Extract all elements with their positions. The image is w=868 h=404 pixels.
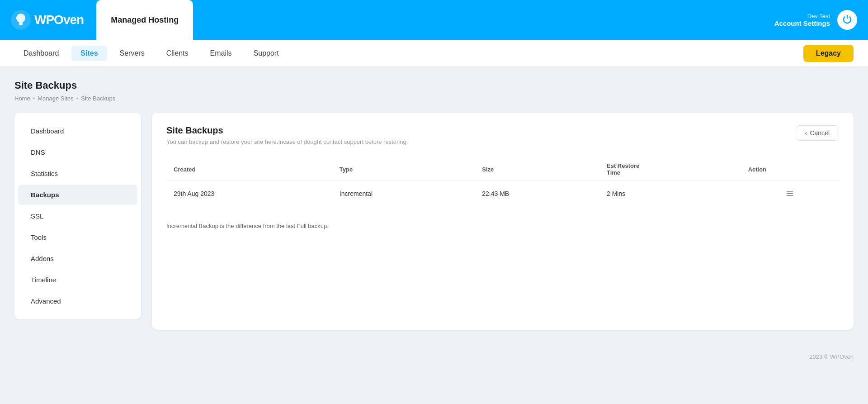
breadcrumb-home[interactable]: Home: [14, 95, 30, 102]
table-row: 29th Aug 2023 Incremental 22.43 MB 2 Min…: [166, 181, 839, 207]
nav-servers[interactable]: Servers: [111, 46, 154, 61]
panel-header: Site Backups You can backup and restore …: [166, 125, 839, 145]
dev-test-label: Dev Test: [774, 13, 830, 19]
nav-clients[interactable]: Clients: [157, 46, 198, 61]
sidebar-item-backups[interactable]: Backups: [18, 185, 137, 205]
nav-support[interactable]: Support: [245, 46, 288, 61]
action-menu-icon[interactable]: [748, 189, 832, 198]
sidebar-item-advanced[interactable]: Advanced: [18, 291, 137, 311]
svg-rect-3: [787, 193, 793, 194]
footer-text: 2023 © WPOven: [809, 353, 854, 360]
nav-bar: Dashboard Sites Servers Clients Emails S…: [0, 40, 868, 67]
svg-rect-1: [19, 24, 23, 25]
legacy-button[interactable]: Legacy: [803, 45, 854, 62]
sidebar-item-timeline[interactable]: Timeline: [18, 270, 137, 290]
sidebar-item-tools[interactable]: Tools: [18, 227, 137, 247]
cancel-label: Cancel: [810, 129, 830, 137]
sidebar-item-dns[interactable]: DNS: [18, 142, 137, 162]
cell-created: 29th Aug 2023: [166, 181, 332, 207]
page-content: Site Backups Home • Manage Sites • Site …: [0, 67, 868, 342]
breadcrumb: Home • Manage Sites • Site Backups: [14, 95, 854, 102]
nav-dashboard[interactable]: Dashboard: [14, 46, 68, 61]
header-right: Dev Test Account Settings: [774, 10, 857, 30]
est-restore-label: Est RestoreTime: [607, 162, 639, 176]
power-button[interactable]: [837, 10, 857, 30]
cell-est-restore: 2 Mins: [599, 181, 741, 207]
panel-title-area: Site Backups You can backup and restore …: [166, 125, 408, 145]
col-created: Created: [166, 158, 332, 181]
account-info: Dev Test Account Settings: [774, 13, 830, 27]
main-panel: Site Backups You can backup and restore …: [152, 113, 854, 330]
header: WPOven Managed Hosting Dev Test Account …: [0, 0, 868, 40]
col-est-restore: Est RestoreTime: [599, 158, 741, 181]
managed-hosting-tab[interactable]: Managed Hosting: [96, 0, 193, 40]
svg-rect-4: [787, 195, 793, 196]
panel-subtitle: You can backup and restore your site her…: [166, 138, 408, 145]
chevron-left-icon: ‹: [805, 129, 807, 137]
logo-area: WPOven: [11, 10, 84, 30]
sidebar-item-statistics[interactable]: Statistics: [18, 163, 137, 184]
cell-size: 22.43 MB: [475, 181, 599, 207]
breadcrumb-sep1: •: [33, 95, 35, 102]
wpoven-logo-icon: [11, 10, 31, 30]
nav-emails[interactable]: Emails: [201, 46, 241, 61]
account-settings-label[interactable]: Account Settings: [774, 19, 830, 27]
cancel-button[interactable]: ‹ Cancel: [796, 125, 839, 141]
content-layout: Dashboard DNS Statistics Backups SSL Too…: [14, 113, 854, 330]
cell-type: Incremental: [332, 181, 475, 207]
backup-note: Incremental Backup is the difference fro…: [166, 215, 839, 229]
backup-table: Created Type Size Est RestoreTime Action…: [166, 158, 839, 206]
cell-action: [741, 181, 839, 207]
nav-sites[interactable]: Sites: [71, 46, 107, 61]
panel-title: Site Backups: [166, 125, 408, 136]
breadcrumb-sep2: •: [76, 95, 79, 102]
sidebar: Dashboard DNS Statistics Backups SSL Too…: [14, 113, 141, 319]
breadcrumb-manage-sites[interactable]: Manage Sites: [38, 95, 74, 102]
col-size: Size: [475, 158, 599, 181]
breadcrumb-current: Site Backups: [81, 95, 115, 102]
logo-text: WPOven: [34, 13, 84, 27]
footer: 2023 © WPOven: [0, 342, 868, 371]
col-type: Type: [332, 158, 475, 181]
page-title: Site Backups: [14, 80, 854, 91]
table-header-row: Created Type Size Est RestoreTime Action: [166, 158, 839, 181]
col-action: Action: [741, 158, 839, 181]
sidebar-item-addons[interactable]: Addons: [18, 248, 137, 269]
sidebar-item-dashboard[interactable]: Dashboard: [18, 121, 137, 141]
svg-rect-2: [787, 191, 793, 192]
sidebar-item-ssl[interactable]: SSL: [18, 206, 137, 226]
